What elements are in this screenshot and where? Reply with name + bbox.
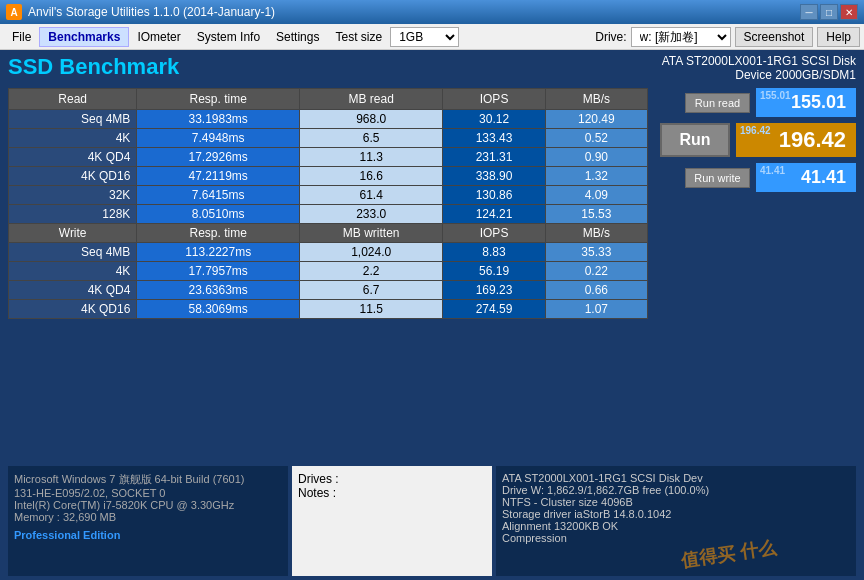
table-area: Read Resp. time MB read IOPS MB/s Seq 4M… bbox=[8, 88, 648, 462]
run-main-button[interactable]: Run bbox=[660, 123, 730, 157]
run-write-button[interactable]: Run write bbox=[685, 168, 750, 188]
drive-info: ATA ST2000LX001-1RG1 SCSI Disk Device 20… bbox=[662, 54, 856, 82]
close-button[interactable]: ✕ bbox=[840, 4, 858, 20]
title-text: Anvil's Storage Utilities 1.1.0 (2014-Ja… bbox=[28, 5, 275, 19]
col-mb-read: MB read bbox=[300, 89, 443, 110]
main-content: SSD Benchmark ATA ST2000LX001-1RG1 SCSI … bbox=[0, 50, 864, 580]
menu-bar: File Benchmarks IOmeter System Info Sett… bbox=[0, 24, 864, 50]
total-score-box: 196.42 196.42 bbox=[736, 123, 856, 157]
table-row: Seq 4MB 113.2227ms 1,024.0 8.83 35.33 bbox=[9, 243, 648, 262]
menu-benchmarks[interactable]: Benchmarks bbox=[39, 27, 129, 47]
content-area: Read Resp. time MB read IOPS MB/s Seq 4M… bbox=[8, 88, 856, 462]
menu-test-size-label: Test size bbox=[327, 28, 390, 46]
total-score-row: Run 196.42 196.42 bbox=[656, 123, 856, 157]
col-read-header: Read bbox=[9, 89, 137, 110]
test-size-select[interactable]: 1GB 512MB 256MB bbox=[390, 27, 459, 47]
bottom-wrapper: Microsoft Windows 7 旗舰版 64-bit Build (76… bbox=[8, 462, 856, 576]
write-section-header: Write bbox=[9, 224, 137, 243]
pro-edition-label: Professional Edition bbox=[14, 529, 282, 541]
screenshot-button[interactable]: Screenshot bbox=[735, 27, 814, 47]
drive-select[interactable]: w: [新加卷] bbox=[631, 27, 731, 47]
maximize-button[interactable]: □ bbox=[820, 4, 838, 20]
ssd-title: SSD Benchmark bbox=[8, 54, 179, 80]
table-row: Seq 4MB 33.1983ms 968.0 30.12 120.49 bbox=[9, 110, 648, 129]
write-score-row: Run write 41.41 41.41 bbox=[656, 163, 856, 192]
write-score-box: 41.41 41.41 bbox=[756, 163, 856, 192]
table-row: 4K QD4 23.6363ms 6.7 169.23 0.66 bbox=[9, 281, 648, 300]
menu-system-info[interactable]: System Info bbox=[189, 28, 268, 46]
right-panel: Run read 155.01 155.01 Run 196.42 196.42 bbox=[656, 88, 856, 462]
benchmark-table: Read Resp. time MB read IOPS MB/s Seq 4M… bbox=[8, 88, 648, 319]
score-section: Run read 155.01 155.01 Run 196.42 196.42 bbox=[656, 88, 856, 192]
read-score-box: 155.01 155.01 bbox=[756, 88, 856, 117]
help-button[interactable]: Help bbox=[817, 27, 860, 47]
drives-label: Drives : bbox=[298, 472, 486, 486]
menu-file[interactable]: File bbox=[4, 28, 39, 46]
minimize-button[interactable]: ─ bbox=[800, 4, 818, 20]
table-row: 4K 7.4948ms 6.5 133.43 0.52 bbox=[9, 129, 648, 148]
table-row: 4K QD16 58.3069ms 11.5 274.59 1.07 bbox=[9, 300, 648, 319]
table-row: 4K QD4 17.2926ms 11.3 231.31 0.90 bbox=[9, 148, 648, 167]
table-row: 4K 17.7957ms 2.2 56.19 0.22 bbox=[9, 262, 648, 281]
drive-label: Drive: bbox=[595, 30, 626, 44]
app-icon: A bbox=[6, 4, 22, 20]
drive-details-panel: ATA ST2000LX001-1RG1 SCSI Disk Dev Drive… bbox=[496, 466, 856, 576]
read-score-row: Run read 155.01 155.01 bbox=[656, 88, 856, 117]
col-iops: IOPS bbox=[443, 89, 545, 110]
table-row: 128K 8.0510ms 233.0 124.21 15.53 bbox=[9, 205, 648, 224]
col-resp-time: Resp. time bbox=[137, 89, 300, 110]
run-read-button[interactable]: Run read bbox=[685, 93, 750, 113]
col-mbs: MB/s bbox=[545, 89, 647, 110]
table-row: 4K QD16 47.2119ms 16.6 338.90 1.32 bbox=[9, 167, 648, 186]
title-bar: A Anvil's Storage Utilities 1.1.0 (2014-… bbox=[0, 0, 864, 24]
header-row: SSD Benchmark ATA ST2000LX001-1RG1 SCSI … bbox=[8, 54, 856, 82]
system-info-panel: Microsoft Windows 7 旗舰版 64-bit Build (76… bbox=[8, 466, 288, 576]
drives-notes-panel: Drives : Notes : bbox=[292, 466, 492, 576]
menu-iometer[interactable]: IOmeter bbox=[129, 28, 188, 46]
menu-settings[interactable]: Settings bbox=[268, 28, 327, 46]
table-row: 32K 7.6415ms 61.4 130.86 4.09 bbox=[9, 186, 648, 205]
notes-label: Notes : bbox=[298, 486, 486, 500]
